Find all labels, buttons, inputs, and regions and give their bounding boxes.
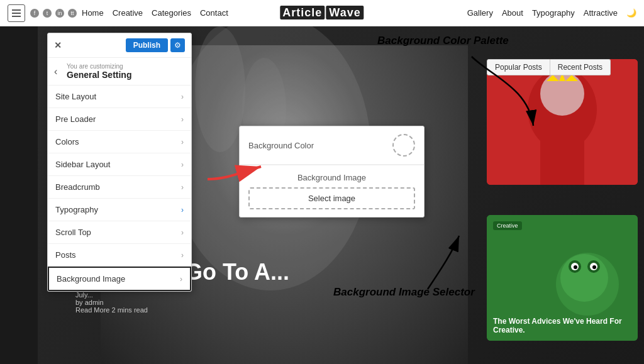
frog-card: Creative The Worst Advices We've Heard F… (487, 215, 638, 341)
menu-item-posts[interactable]: Posts › (48, 244, 191, 267)
site-logo: ArticleWave (280, 6, 364, 19)
chevron-background-image: › (180, 275, 182, 284)
bg-image-section: Background Image Select image (240, 165, 424, 217)
wonder-woman-card (487, 59, 638, 185)
instagram-icon[interactable]: in (55, 9, 64, 18)
bg-color-title: Background Color (248, 141, 314, 150)
social-icons: f t in tt (30, 9, 77, 18)
tiktok-icon[interactable]: tt (68, 9, 77, 18)
menu-item-sidebar-layout[interactable]: Sidebar Layout › (48, 153, 191, 176)
nav-home[interactable]: Home (82, 8, 104, 18)
chevron-breadcrumb: › (181, 183, 184, 192)
chevron-posts: › (181, 251, 184, 260)
menu-label-sidebar-layout: Sidebar Layout (55, 160, 110, 169)
svg-point-16 (592, 265, 596, 269)
ww-image (487, 59, 638, 185)
svg-point-10 (560, 254, 608, 302)
hero-date: July... (75, 291, 93, 299)
hero-meta: July... by admin Read More 2 mins read (75, 291, 289, 314)
nav-bar: f t in tt Home Creative Categories Conta… (0, 0, 644, 26)
menu-label-site-layout: Site Layout (55, 92, 96, 101)
section-name-label: General Setting (67, 70, 185, 80)
menu-item-colors[interactable]: Colors › (48, 131, 191, 153)
nav-links: Home Creative Categories Contact (82, 8, 228, 18)
menu-item-pre-loader[interactable]: Pre Loader › (48, 108, 191, 131)
nav-right: Gallery About Typography Attractive 🌙 (467, 8, 636, 18)
chevron-scroll-top: › (181, 228, 184, 237)
bg-image-label: Background Image (248, 173, 415, 182)
back-arrow-icon[interactable]: ‹ (54, 66, 57, 77)
frog-card-title: The Worst Advices We've Heard For Creati… (493, 317, 631, 334)
menu-item-scroll-top[interactable]: Scroll Top › (48, 221, 191, 244)
hero-author: by admin (75, 299, 104, 306)
gear-button[interactable]: ⚙ (170, 38, 185, 52)
nav-attractive[interactable]: Attractive (584, 8, 618, 18)
select-image-button[interactable]: Select image (248, 187, 415, 209)
customizer-breadcrumb: ‹ You are customizing General Setting (48, 58, 191, 85)
svg-rect-6 (540, 128, 584, 185)
menu-item-background-image[interactable]: Background Image › (48, 267, 191, 291)
chevron-colors: › (181, 138, 184, 146)
logo-wave: Wave (326, 6, 364, 19)
nav-contact[interactable]: Contact (200, 8, 228, 18)
customizer-header: ✕ Publish ⚙ (48, 33, 191, 58)
close-button[interactable]: ✕ (54, 40, 62, 50)
frog-card-tag: Creative (493, 221, 522, 230)
hero-read-more: Read More 2 mins read (75, 306, 148, 314)
nav-about[interactable]: About (502, 8, 523, 18)
svg-point-15 (574, 265, 577, 269)
logo-text: Article (280, 6, 325, 19)
nav-typography[interactable]: Typography (532, 8, 575, 18)
you-are-customizing-label: You are customizing (67, 63, 185, 70)
chevron-pre-loader: › (181, 115, 184, 124)
bg-color-header: Background Color (240, 126, 424, 165)
menu-label-breadcrumb: Breadcrumb (55, 182, 100, 192)
customizer-panel: ✕ Publish ⚙ ‹ You are customizing Genera… (47, 33, 192, 292)
menu-label-scroll-top: Scroll Top (55, 228, 91, 237)
publish-button[interactable]: Publish (126, 38, 168, 52)
menu-label-typography: Typography (55, 205, 98, 214)
post-tabs: Popular Posts Recent Posts (487, 59, 638, 75)
tab-recent-posts[interactable]: Recent Posts (550, 59, 611, 75)
nav-gallery[interactable]: Gallery (467, 8, 493, 18)
svg-point-1 (195, 26, 245, 152)
hamburger-menu[interactable] (8, 4, 25, 22)
color-picker-circle[interactable] (392, 134, 415, 157)
chevron-typography: › (181, 206, 184, 214)
tab-popular-posts[interactable]: Popular Posts (487, 59, 550, 75)
nav-creative[interactable]: Creative (113, 8, 143, 18)
facebook-icon[interactable]: f (30, 9, 39, 18)
nav-categories[interactable]: Categories (152, 8, 191, 18)
chevron-sidebar-layout: › (181, 160, 184, 169)
chevron-site-layout: › (181, 92, 184, 101)
menu-item-breadcrumb[interactable]: Breadcrumb › (48, 176, 191, 199)
menu-label-pre-loader: Pre Loader (55, 114, 96, 124)
menu-label-posts: Posts (55, 250, 76, 260)
dark-mode-icon[interactable]: 🌙 (626, 8, 636, 18)
menu-item-site-layout[interactable]: Site Layout › (48, 85, 191, 108)
bg-color-panel: Background Color Background Image Select… (239, 126, 425, 218)
menu-item-typography[interactable]: Typography › (48, 199, 191, 221)
menu-label-colors: Colors (55, 137, 79, 146)
menu-label-background-image: Background Image (57, 274, 125, 284)
twitter-icon[interactable]: t (43, 9, 52, 18)
